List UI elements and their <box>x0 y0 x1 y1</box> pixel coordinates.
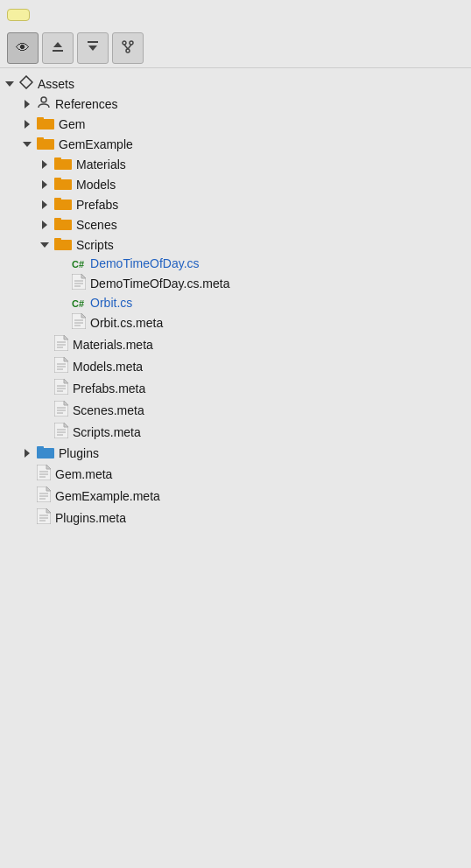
tree-item-label: Models.meta <box>73 360 143 374</box>
arrow-right-icon <box>39 219 53 231</box>
meta-file-icon <box>72 274 86 292</box>
eye-button[interactable]: 👁 <box>7 32 39 64</box>
tree-item-prefabs-meta[interactable]: Prefabs.meta <box>0 377 471 399</box>
tree-item-plugins[interactable]: Plugins <box>0 443 471 463</box>
svg-rect-0 <box>53 50 63 52</box>
svg-marker-10 <box>20 76 32 88</box>
tree-item-demotimeofday-meta[interactable]: DemoTimeOfDay.cs.meta <box>0 272 471 294</box>
tree-item-label: Plugins <box>59 446 99 460</box>
folder-blue-icon <box>37 444 54 461</box>
tree-item-label: DemoTimeOfDay.cs.meta <box>90 276 229 290</box>
expand-down-icon <box>86 39 100 57</box>
show-hidden-files-tooltip <box>7 9 30 21</box>
svg-line-8 <box>128 45 131 49</box>
arrow-right-icon <box>39 199 53 211</box>
folder-orange-icon <box>54 236 72 253</box>
svg-line-7 <box>124 45 128 49</box>
meta-file-icon <box>54 379 68 397</box>
tree-item-scenes[interactable]: Scenes <box>0 214 471 234</box>
meta-file-icon <box>72 313 86 332</box>
svg-point-5 <box>130 41 133 45</box>
tree-item-label: Plugins.meta <box>55 511 126 525</box>
tree-item-models[interactable]: Models <box>0 174 471 194</box>
svg-marker-73 <box>46 465 51 469</box>
svg-marker-69 <box>25 449 30 458</box>
tree-item-label: References <box>55 97 118 111</box>
tree-item-label: Prefabs.meta <box>73 382 145 396</box>
folder-orange-icon <box>54 196 72 213</box>
svg-rect-27 <box>54 198 61 202</box>
svg-point-4 <box>123 41 126 45</box>
tree-item-orbit-cs[interactable]: C#Orbit.cs <box>0 294 471 312</box>
tree-item-label: GemExample <box>59 137 133 151</box>
tree-item-label: Prefabs <box>76 198 118 212</box>
tree-item-label: Scripts.meta <box>73 425 141 439</box>
svg-marker-78 <box>46 486 51 491</box>
tree-item-demotimeofday-cs[interactable]: C#DemoTimeOfDay.cs <box>0 255 471 272</box>
arrow-down-icon <box>39 239 53 251</box>
tree-item-materials[interactable]: Materials <box>0 154 471 174</box>
collapse-up-icon <box>51 39 65 57</box>
arrow-right-icon <box>39 178 53 191</box>
svg-rect-2 <box>88 41 98 43</box>
tree-item-label: Gem.meta <box>55 467 112 481</box>
svg-marker-11 <box>25 100 30 108</box>
svg-rect-15 <box>37 117 44 122</box>
tree-item-gemexample[interactable]: GemExample <box>0 134 471 154</box>
tree-item-scripts[interactable]: Scripts <box>0 234 471 255</box>
eye-icon: 👁 <box>16 40 30 56</box>
svg-marker-13 <box>25 120 30 129</box>
meta-file-icon <box>54 401 68 419</box>
tree-item-label: Models <box>76 178 116 192</box>
svg-marker-19 <box>42 160 47 169</box>
expand-down-button[interactable] <box>77 32 109 64</box>
tree-item-label: Orbit.cs <box>90 296 132 310</box>
tree-item-label: Gem <box>59 117 85 131</box>
svg-point-6 <box>126 49 130 52</box>
collapse-up-button[interactable] <box>42 32 74 64</box>
tree-item-gemexample-meta[interactable]: GemExample.meta <box>0 485 471 507</box>
arrow-down-icon <box>4 78 18 90</box>
tree-item-label: Scripts <box>76 238 114 252</box>
tree-item-plugins-meta[interactable]: Plugins.meta <box>0 507 471 528</box>
meta-file-icon <box>37 508 51 527</box>
folder-orange-icon <box>54 176 72 192</box>
tree-item-materials-meta[interactable]: Materials.meta <box>0 333 471 355</box>
tree-item-gem-meta[interactable]: Gem.meta <box>0 463 471 485</box>
svg-rect-18 <box>37 137 44 142</box>
tree-item-label: Orbit.cs.meta <box>90 316 163 330</box>
svg-rect-71 <box>37 446 44 451</box>
tree-item-scripts-meta[interactable]: Scripts.meta <box>0 421 471 443</box>
svg-marker-22 <box>42 180 47 189</box>
tree-item-label: DemoTimeOfDay.cs <box>90 256 199 270</box>
tree-item-orbit-meta[interactable]: Orbit.cs.meta <box>0 312 471 333</box>
svg-marker-50 <box>64 357 68 361</box>
svg-rect-30 <box>54 218 61 222</box>
svg-marker-9 <box>5 81 14 87</box>
cs-file-icon: C# <box>72 256 86 270</box>
svg-marker-31 <box>40 242 49 248</box>
meta-file-icon <box>54 335 68 354</box>
arrow-right-icon <box>39 158 53 171</box>
tree-item-scenes-meta[interactable]: Scenes.meta <box>0 399 471 421</box>
svg-marker-16 <box>23 142 32 147</box>
tree-item-references[interactable]: References <box>0 94 471 114</box>
tree-item-label: Scenes <box>76 218 117 232</box>
tree-item-label: GemExample.meta <box>55 489 160 503</box>
folder-orange-icon <box>54 216 72 233</box>
tree-item-label: Materials <box>76 158 126 172</box>
meta-file-icon <box>54 423 68 441</box>
tree-item-assets[interactable]: Assets <box>0 74 471 94</box>
branch-button[interactable] <box>112 32 144 64</box>
svg-marker-60 <box>64 401 68 405</box>
svg-rect-21 <box>54 158 61 162</box>
svg-point-12 <box>41 97 46 102</box>
folder-orange-icon <box>37 116 54 132</box>
folder-orange-icon <box>37 136 54 152</box>
tree-item-gem[interactable]: Gem <box>0 114 471 134</box>
tree-item-prefabs[interactable]: Prefabs <box>0 194 471 214</box>
tree-item-models-meta[interactable]: Models.meta <box>0 355 471 377</box>
svg-marker-3 <box>88 46 97 51</box>
arrow-down-icon <box>21 138 35 150</box>
toolbar: 👁 <box>0 29 471 68</box>
